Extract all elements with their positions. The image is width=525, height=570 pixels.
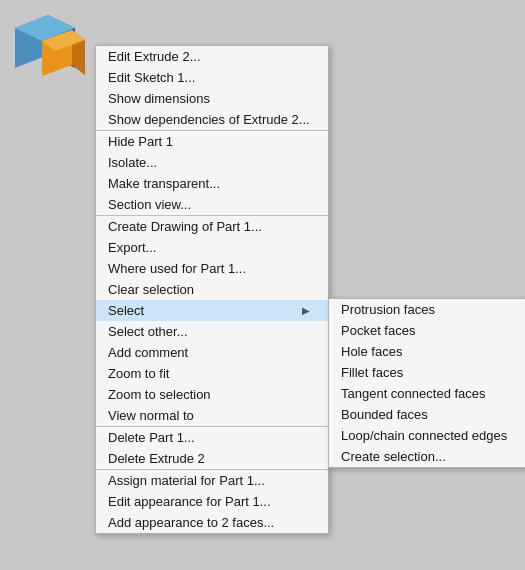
menu-item-label-select: Select xyxy=(108,303,144,318)
menu-item-add-appearance[interactable]: Add appearance to 2 faces... xyxy=(96,512,328,533)
submenu-arrow-icon: ▶ xyxy=(302,305,310,316)
menu-item-edit-extrude[interactable]: Edit Extrude 2... xyxy=(96,46,328,67)
menu-item-label-clear-selection: Clear selection xyxy=(108,282,194,297)
menu-item-label-isolate: Isolate... xyxy=(108,155,157,170)
menu-item-label-edit-appearance: Edit appearance for Part 1... xyxy=(108,494,271,509)
menu-item-label-edit-sketch: Edit Sketch 1... xyxy=(108,70,195,85)
menu-item-clear-selection[interactable]: Clear selection xyxy=(96,279,328,300)
submenu-item-protrusion-faces[interactable]: Protrusion faces xyxy=(329,299,525,320)
menu-item-hide-part[interactable]: Hide Part 1 xyxy=(96,130,328,152)
menu-item-make-transparent[interactable]: Make transparent... xyxy=(96,173,328,194)
menu-item-isolate[interactable]: Isolate... xyxy=(96,152,328,173)
menu-item-label-zoom-fit: Zoom to fit xyxy=(108,366,169,381)
menu-item-section-view[interactable]: Section view... xyxy=(96,194,328,215)
menu-item-assign-material[interactable]: Assign material for Part 1... xyxy=(96,469,328,491)
context-menu: Edit Extrude 2...Edit Sketch 1...Show di… xyxy=(95,45,329,534)
menu-item-label-edit-extrude: Edit Extrude 2... xyxy=(108,49,201,64)
menu-item-label-export: Export... xyxy=(108,240,156,255)
submenu-item-create-selection[interactable]: Create selection... xyxy=(329,446,525,467)
menu-item-delete-extrude[interactable]: Delete Extrude 2 xyxy=(96,448,328,469)
menu-item-zoom-selection[interactable]: Zoom to selection xyxy=(96,384,328,405)
menu-item-select[interactable]: Select▶ xyxy=(96,300,328,321)
app-3d-icon xyxy=(10,10,90,85)
menu-item-export[interactable]: Export... xyxy=(96,237,328,258)
menu-item-delete-part[interactable]: Delete Part 1... xyxy=(96,426,328,448)
submenu-item-hole-faces[interactable]: Hole faces xyxy=(329,341,525,362)
submenu-item-pocket-faces[interactable]: Pocket faces xyxy=(329,320,525,341)
menu-item-zoom-fit[interactable]: Zoom to fit xyxy=(96,363,328,384)
menu-item-label-make-transparent: Make transparent... xyxy=(108,176,220,191)
submenu-item-loop-chain[interactable]: Loop/chain connected edges xyxy=(329,425,525,446)
menu-item-where-used[interactable]: Where used for Part 1... xyxy=(96,258,328,279)
menu-item-label-view-normal: View normal to xyxy=(108,408,194,423)
menu-item-label-hide-part: Hide Part 1 xyxy=(108,134,173,149)
menu-item-label-assign-material: Assign material for Part 1... xyxy=(108,473,265,488)
menu-item-label-section-view: Section view... xyxy=(108,197,191,212)
menu-item-label-add-comment: Add comment xyxy=(108,345,188,360)
submenu-item-tangent-connected[interactable]: Tangent connected faces xyxy=(329,383,525,404)
submenu-item-bounded-faces[interactable]: Bounded faces xyxy=(329,404,525,425)
menu-item-show-dependencies[interactable]: Show dependencies of Extrude 2... xyxy=(96,109,328,130)
menu-item-label-show-dependencies: Show dependencies of Extrude 2... xyxy=(108,112,310,127)
menu-item-create-drawing[interactable]: Create Drawing of Part 1... xyxy=(96,215,328,237)
menu-item-label-delete-extrude: Delete Extrude 2 xyxy=(108,451,205,466)
menu-item-label-create-drawing: Create Drawing of Part 1... xyxy=(108,219,262,234)
menu-item-view-normal[interactable]: View normal to xyxy=(96,405,328,426)
menu-item-edit-sketch[interactable]: Edit Sketch 1... xyxy=(96,67,328,88)
menu-item-show-dimensions[interactable]: Show dimensions xyxy=(96,88,328,109)
menu-item-label-add-appearance: Add appearance to 2 faces... xyxy=(108,515,274,530)
menu-item-select-other[interactable]: Select other... xyxy=(96,321,328,342)
submenu-item-fillet-faces[interactable]: Fillet faces xyxy=(329,362,525,383)
menu-item-label-delete-part: Delete Part 1... xyxy=(108,430,195,445)
menu-item-add-comment[interactable]: Add comment xyxy=(96,342,328,363)
menu-item-label-select-other: Select other... xyxy=(108,324,188,339)
submenu-select: Protrusion facesPocket facesHole facesFi… xyxy=(328,298,525,468)
menu-item-edit-appearance[interactable]: Edit appearance for Part 1... xyxy=(96,491,328,512)
menu-item-label-zoom-selection: Zoom to selection xyxy=(108,387,211,402)
menu-item-label-show-dimensions: Show dimensions xyxy=(108,91,210,106)
menu-item-label-where-used: Where used for Part 1... xyxy=(108,261,246,276)
